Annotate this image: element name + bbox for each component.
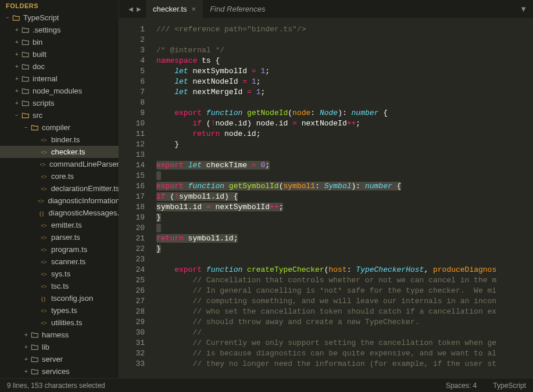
tree-item[interactable]: <>commandLineParser.ts <box>0 158 119 170</box>
expand-icon[interactable]: + <box>13 27 21 33</box>
tree-item-label: diagnosticInformationMap.ts <box>48 196 119 205</box>
folder-tree[interactable]: −TypeScript+.settings+bin+built+doc+inte… <box>0 12 119 378</box>
expand-icon[interactable]: + <box>13 39 21 45</box>
tree-item[interactable]: <>utilities.ts <box>0 317 119 329</box>
tree-item[interactable]: <>binder.ts <box>0 134 119 146</box>
code-line[interactable]: /* @internal */ <box>156 45 533 56</box>
expand-icon[interactable]: + <box>13 51 21 57</box>
code-line[interactable] <box>156 98 533 108</box>
expand-icon[interactable]: + <box>22 356 30 362</box>
code-line[interactable]: if (!symbol1.id) { <box>156 192 533 202</box>
tree-item[interactable]: +scripts <box>0 97 119 109</box>
svg-text:<>: <> <box>41 246 47 253</box>
status-selection: 9 lines, 153 characters selected <box>7 382 105 390</box>
code-line[interactable] <box>156 223 533 233</box>
tree-item-label: program.ts <box>51 245 87 254</box>
code-line[interactable]: namespace ts { <box>156 56 533 66</box>
expand-icon[interactable]: + <box>22 344 30 350</box>
svg-text:<>: <> <box>41 319 47 326</box>
expand-icon[interactable]: + <box>13 63 21 70</box>
tree-item[interactable]: +doc <box>0 60 119 73</box>
expand-icon[interactable]: + <box>22 368 30 375</box>
tree-item[interactable]: <>types.ts <box>0 304 119 317</box>
code-line[interactable]: export function getSymbolId(symbol1: Sym… <box>156 181 533 192</box>
tree-item[interactable]: <>program.ts <box>0 243 119 256</box>
code-line[interactable]: if (!node.id) node.id = nextNodeId++; <box>156 118 533 129</box>
tree-item[interactable]: +services <box>0 365 119 377</box>
code-line[interactable]: /// <reference path="binder.ts"/> <box>156 24 533 35</box>
tree-item[interactable]: +harness <box>0 329 119 341</box>
tree-item[interactable]: +node_modules <box>0 85 119 97</box>
code-line[interactable]: let nextMergeId = 1; <box>156 87 533 98</box>
tab-bar: ◀ ▶ checker.ts × Find References ▼ <box>119 0 533 19</box>
code-line[interactable]: } <box>156 244 533 254</box>
tree-item[interactable]: +.settings <box>0 24 119 36</box>
code-line[interactable]: return node.id; <box>156 129 533 139</box>
tree-item[interactable]: <>parser.ts <box>0 231 119 243</box>
tree-item[interactable]: {}diagnosticMessages.json <box>0 207 119 219</box>
code-content[interactable]: /// <reference path="binder.ts"/> /* @in… <box>152 19 533 378</box>
code-editor[interactable]: 1234567891011121314151617181920212223242… <box>119 19 533 378</box>
code-line[interactable]: symbol1.id = nextSymbolId++; <box>156 202 533 213</box>
code-line[interactable] <box>156 35 533 45</box>
ts-icon: <> <box>37 196 45 206</box>
code-line[interactable]: // should throw away and create a new Ty… <box>156 317 533 328</box>
tree-item[interactable]: +built <box>0 48 119 60</box>
tree-item[interactable]: +server <box>0 353 119 365</box>
expand-icon[interactable]: + <box>13 88 21 94</box>
code-line[interactable]: export function getNodeId(node: Node): n… <box>156 108 533 118</box>
expand-icon[interactable]: + <box>13 100 21 106</box>
collapse-icon[interactable]: − <box>22 124 30 131</box>
code-line[interactable] <box>156 171 533 181</box>
tree-item[interactable]: +bin <box>0 36 119 48</box>
tab-active[interactable]: checker.ts × <box>146 0 203 18</box>
tree-item[interactable]: +internal <box>0 73 119 85</box>
ts-icon: <> <box>40 257 49 267</box>
tab-dropdown-icon[interactable]: ▼ <box>514 0 533 18</box>
code-line[interactable]: // computing something, and we will leav… <box>156 296 533 307</box>
code-line[interactable]: export let checkTime = 0; <box>156 160 533 171</box>
code-line[interactable]: return symbol1.id; <box>156 233 533 244</box>
code-line[interactable]: // <box>156 328 533 338</box>
code-line[interactable]: // they no longer need the information (… <box>156 359 533 369</box>
svg-text:<>: <> <box>38 197 44 204</box>
code-line[interactable]: // In general cancelling is *not* safe f… <box>156 286 533 296</box>
tree-item[interactable]: −src <box>0 109 119 121</box>
tree-item[interactable]: <>emitter.ts <box>0 219 119 231</box>
code-line[interactable] <box>156 254 533 265</box>
tree-item[interactable]: <>tsc.ts <box>0 280 119 292</box>
tree-item[interactable]: <>diagnosticInformationMap.ts <box>0 195 119 207</box>
svg-text:<>: <> <box>41 234 47 240</box>
code-line[interactable]: let nextSymbolId = 1; <box>156 66 533 77</box>
collapse-icon[interactable]: − <box>13 112 21 118</box>
code-line[interactable]: let nextNodeId = 1; <box>156 77 533 87</box>
expand-icon[interactable]: + <box>22 332 30 338</box>
close-icon[interactable]: × <box>192 5 196 13</box>
code-line[interactable] <box>156 150 533 160</box>
tree-item-label: harness <box>42 330 69 339</box>
tree-item[interactable]: <>sys.ts <box>0 268 119 280</box>
tree-item[interactable]: +lib <box>0 341 119 353</box>
code-line[interactable]: // who set the cancellation token should… <box>156 307 533 317</box>
tree-item[interactable]: −TypeScript <box>0 12 119 24</box>
code-line[interactable]: // is because diagnostics can be quite e… <box>156 348 533 359</box>
tree-item[interactable]: <>core.ts <box>0 170 119 182</box>
tab-next-icon[interactable]: ▶ <box>135 5 142 13</box>
tab-inactive[interactable]: Find References <box>203 0 272 18</box>
tab-prev-icon[interactable]: ◀ <box>127 5 134 13</box>
collapse-icon[interactable]: − <box>3 15 12 21</box>
tree-item[interactable]: −compiler <box>0 121 119 134</box>
tree-item[interactable]: <>scanner.ts <box>0 256 119 268</box>
code-line[interactable]: } <box>156 213 533 223</box>
expand-icon[interactable]: + <box>13 75 21 82</box>
code-line[interactable]: // Cancellation that controls whether or… <box>156 275 533 286</box>
tree-item[interactable]: <>declarationEmitter.ts <box>0 182 119 195</box>
code-line[interactable]: } <box>156 139 533 150</box>
code-line[interactable]: // Currently we only support setting the… <box>156 338 533 348</box>
status-language[interactable]: TypeScript <box>493 382 526 390</box>
status-spaces[interactable]: Spaces: 4 <box>446 382 477 390</box>
folder-open-icon <box>30 123 40 132</box>
tree-item[interactable]: {}tsconfig.json <box>0 292 119 304</box>
tree-item[interactable]: <>checker.ts <box>0 146 119 158</box>
code-line[interactable]: export function createTypeChecker(host: … <box>156 265 533 275</box>
